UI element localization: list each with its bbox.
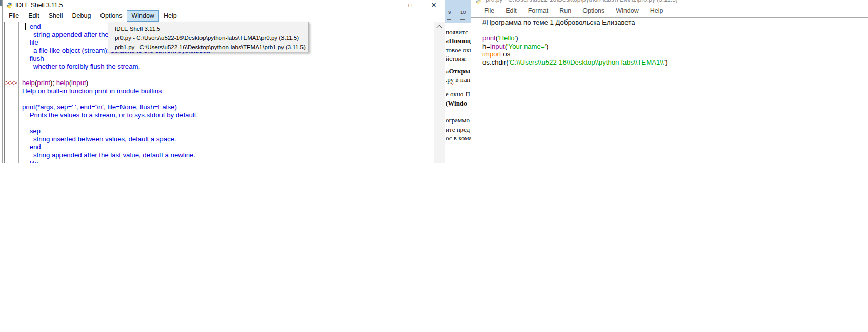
editor-window: pr0.py - C:\Users\u522-16\Desktop\python… [471, 0, 868, 169]
word-text-fragment: .ру в пап [446, 76, 470, 84]
word-text-fragment: йствия: [446, 55, 467, 63]
idle-menu-debug[interactable]: Debug [68, 10, 96, 22]
window-menu-item[interactable]: pr0.py - C:\Users\u522-16\Desktop\python… [108, 33, 308, 43]
minimize-icon: — [383, 2, 390, 9]
maximize-button[interactable]: □ [398, 0, 422, 10]
word-text-fragment: «Помощ [446, 37, 471, 45]
text-line: h=input('Your name=') [482, 43, 868, 51]
idle-menubar: FileEditShellDebugOptionsWindowHelp [3, 10, 445, 22]
text-line: Prints the values to a stream, or to sys… [22, 111, 435, 119]
text-cursor [25, 23, 26, 30]
text-line: file [22, 159, 435, 163]
text-line [22, 119, 435, 127]
text-line: whether to forcibly flush the stream. [22, 63, 435, 71]
editor-menubar: FileEditFormatRunOptionsWindowHelp [478, 4, 669, 17]
word-text-fragment: ограммо [446, 116, 470, 125]
word-document-sliver: 9 10 появитс«Помощтовое окнйствия:«Откры… [445, 0, 471, 164]
python-app-icon [476, 0, 481, 4]
editor-menu-file[interactable]: File [478, 4, 500, 18]
window-menu-dropdown: IDLE Shell 3.11.5pr0.py - C:\Users\u522-… [108, 22, 309, 52]
idle-menu-window[interactable]: Window [127, 10, 158, 22]
idle-menu-shell[interactable]: Shell [44, 10, 68, 22]
editor-menu-edit[interactable]: Edit [500, 4, 522, 18]
window-menu-item[interactable]: prb1.py - C:\Users\u522-16\Desktop\pytho… [108, 43, 308, 52]
editor-menu-run[interactable]: Run [554, 4, 577, 18]
maximize-icon: □ [408, 2, 412, 9]
word-text-fragment: появитс [446, 28, 468, 36]
text-line: import os [482, 50, 868, 58]
editor-menu-help[interactable]: Help [644, 4, 669, 18]
text-line: help(print); help(input) [22, 79, 435, 87]
menubar-separator [471, 17, 868, 18]
word-text-fragments: появитс«Помощтовое окнйствия:«Откры.ру в… [445, 0, 471, 164]
maximize-button-clipped [862, 0, 868, 2]
idle-menu-options[interactable]: Options [95, 10, 127, 22]
editor-titlebar-clipped: pr0.py - C:\Users\u522-16\Desktop\python… [471, 0, 868, 4]
word-text-fragment: товое окн [446, 46, 471, 54]
minimize-button[interactable]: — [375, 0, 398, 10]
word-text-fragment: е окно П [446, 90, 470, 98]
text-line [22, 95, 435, 103]
text-line: #Программа по теме 1 Добровольска Елизав… [482, 18, 868, 27]
idle-menu-edit[interactable]: Edit [24, 10, 44, 22]
idle-menu-help[interactable]: Help [159, 10, 181, 22]
text-line: Help on built-in function print in modul… [22, 87, 435, 95]
word-text-fragment: ите пред [446, 126, 470, 134]
spellcheck-squiggle: ру [447, 76, 454, 84]
text-line: sep [22, 127, 435, 135]
scroll-up-icon[interactable] [436, 25, 442, 30]
word-text-fragment: ос в кома [446, 134, 471, 142]
close-button[interactable]: × [422, 0, 445, 10]
idle-menu-file[interactable]: File [4, 10, 24, 22]
close-icon: × [431, 0, 436, 10]
text-line: print(*args, sep=' ', end='\n', file=Non… [22, 103, 435, 111]
text-line: flush [22, 55, 435, 63]
shell-prompt: >>> [5, 79, 17, 87]
text-line: string inserted between values, default … [22, 135, 435, 143]
text-line: string appended after the last value, de… [22, 151, 435, 159]
vertical-scrollbar[interactable] [434, 22, 445, 163]
shell-prompt-gutter: >>> [5, 22, 19, 163]
text-line: end [22, 143, 435, 151]
text-line: os.chdir('C:\\Users\\u522-16\\Desktop\\p… [482, 58, 868, 67]
idle-titlebar: IDLE Shell 3.11.5 — □ × [3, 0, 445, 10]
editor-menu-window[interactable]: Window [610, 4, 644, 18]
text-line: print('Hello') [482, 34, 868, 43]
word-text-fragment: «Откры [446, 67, 470, 75]
text-line [482, 27, 868, 35]
window-title: IDLE Shell 3.11.5 [15, 2, 63, 9]
word-text-fragment: (Windo [446, 99, 467, 108]
editor-code-area[interactable]: #Программа по теме 1 Добровольска Елизав… [482, 18, 868, 66]
python-app-icon [6, 2, 13, 11]
text-line [22, 71, 435, 79]
editor-menu-options[interactable]: Options [577, 4, 610, 18]
window-menu-item[interactable]: IDLE Shell 3.11.5 [108, 24, 308, 33]
editor-menu-format[interactable]: Format [522, 4, 554, 18]
editor-window-title: pr0.py - C:\Users\u522-16\Desktop\python… [486, 0, 678, 3]
